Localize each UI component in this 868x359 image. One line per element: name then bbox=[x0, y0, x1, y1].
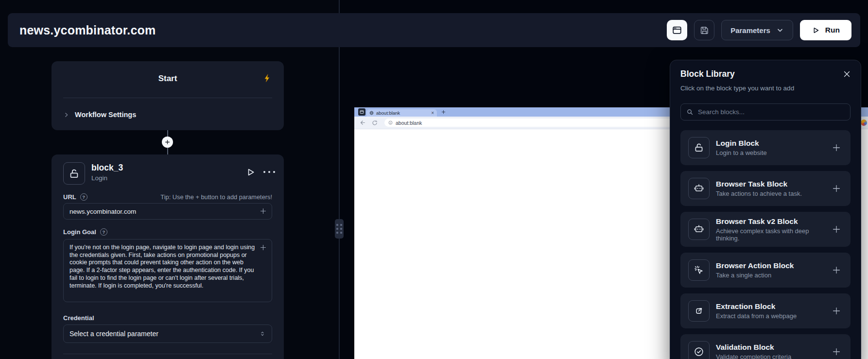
browser-view-button[interactable] bbox=[667, 20, 687, 40]
add-parameter-plus-icon[interactable] bbox=[259, 243, 267, 252]
globe-icon bbox=[369, 111, 374, 115]
library-item-title: Browser Task Block bbox=[716, 180, 802, 188]
library-item-description: Login to a website bbox=[716, 149, 767, 156]
save-button[interactable] bbox=[694, 20, 714, 40]
panel-resize-handle[interactable] bbox=[335, 219, 344, 239]
address-url: about:blank bbox=[396, 120, 422, 126]
start-card-divider bbox=[63, 98, 272, 98]
tab-close-icon: × bbox=[431, 111, 434, 116]
library-item-login-block[interactable]: Login Block Login to a website bbox=[680, 130, 851, 165]
back-arrow-icon bbox=[359, 120, 365, 126]
add-block-plus-icon[interactable] bbox=[831, 224, 842, 235]
url-input[interactable] bbox=[63, 203, 272, 220]
start-node-title: Start bbox=[52, 74, 284, 84]
library-item-validation-block[interactable]: Validation Block Validate completion cri… bbox=[680, 334, 851, 359]
login-goal-field: If you're not on the login page, navigat… bbox=[63, 239, 272, 302]
info-icon bbox=[388, 120, 393, 125]
play-icon bbox=[812, 26, 820, 34]
library-item-title: Login Block bbox=[716, 139, 767, 148]
login-block-node-card[interactable]: block_3 Login URL ? Tip: Use the + butto… bbox=[52, 154, 284, 359]
plus-icon bbox=[164, 139, 171, 145]
login-goal-label: Login Goal bbox=[63, 228, 96, 236]
library-item-description: Extract data from a webpage bbox=[716, 312, 797, 320]
library-item-browser-task-block[interactable]: Browser Task Block Take actions to achie… bbox=[680, 171, 851, 206]
start-node-card[interactable]: Start Workflow Settings bbox=[52, 61, 284, 130]
browser-window-icon bbox=[672, 25, 682, 35]
url-label: URL bbox=[63, 193, 76, 201]
library-item-title: Validation Block bbox=[716, 343, 791, 352]
parameters-tip: Tip: Use the + button to add parameters! bbox=[160, 193, 272, 201]
robot-icon bbox=[688, 219, 710, 240]
run-block-button[interactable] bbox=[245, 167, 256, 177]
library-item-title: Extraction Block bbox=[716, 302, 797, 311]
parameters-button[interactable]: Parameters bbox=[721, 20, 793, 40]
add-block-plus-icon[interactable] bbox=[831, 183, 842, 194]
library-item-description: Validate completion criteria bbox=[716, 353, 791, 359]
chevron-right-icon bbox=[63, 112, 69, 118]
credential-label: Credential bbox=[63, 314, 94, 322]
block-type-label: Login bbox=[91, 174, 107, 182]
block-search-field bbox=[680, 103, 851, 120]
robot-icon bbox=[688, 178, 710, 199]
add-block-plus-icon[interactable] bbox=[831, 306, 842, 316]
add-block-connector-button[interactable] bbox=[162, 137, 173, 148]
workflow-settings-label: Workflow Settings bbox=[75, 111, 136, 119]
block-menu-button[interactable] bbox=[263, 171, 275, 173]
export-icon bbox=[688, 300, 710, 322]
run-button-label: Run bbox=[825, 26, 840, 34]
panel-divider bbox=[339, 0, 340, 359]
login-goal-row: Login Goal ? bbox=[63, 228, 107, 236]
refresh-icon bbox=[372, 120, 378, 126]
block-card-divider bbox=[63, 354, 272, 354]
library-item-description: Take a single action bbox=[716, 272, 794, 279]
lock-icon bbox=[688, 137, 710, 158]
window-icon bbox=[358, 108, 365, 116]
library-item-description: Take actions to achieve a task. bbox=[716, 190, 802, 197]
workflow-title: news.ycombinator.com bbox=[19, 23, 156, 37]
check-circle-icon bbox=[688, 341, 710, 359]
help-icon[interactable]: ? bbox=[100, 228, 107, 236]
tab-title: about:blank bbox=[376, 110, 400, 116]
add-block-plus-icon[interactable] bbox=[831, 346, 842, 357]
login-goal-textarea[interactable]: If you're not on the login page, navigat… bbox=[63, 239, 272, 302]
profile-avatar bbox=[861, 120, 867, 126]
lock-icon bbox=[63, 162, 85, 185]
new-tab-plus-icon bbox=[441, 109, 446, 115]
credential-select-value: Select a credential parameter bbox=[69, 330, 158, 338]
add-block-plus-icon[interactable] bbox=[831, 265, 842, 275]
block-library-panel: Block Library Click on the block type yo… bbox=[670, 60, 861, 359]
block-library-subtitle: Click on the block type you want to add bbox=[680, 85, 794, 92]
block-library-title: Block Library bbox=[680, 69, 735, 79]
library-item-title: Browser Task v2 Block bbox=[716, 217, 825, 226]
add-block-plus-icon[interactable] bbox=[831, 142, 842, 153]
cursor-click-icon bbox=[688, 259, 710, 281]
save-icon bbox=[699, 25, 710, 35]
run-button[interactable]: Run bbox=[800, 20, 851, 40]
workflow-settings-toggle[interactable]: Workflow Settings bbox=[63, 107, 136, 122]
chevron-down-icon bbox=[776, 26, 784, 34]
url-field-row: URL ? Tip: Use the + button to add param… bbox=[63, 193, 272, 201]
credential-select[interactable]: Select a credential parameter bbox=[63, 325, 272, 343]
browser-tab: about:blank × bbox=[366, 109, 437, 117]
help-icon[interactable]: ? bbox=[80, 193, 87, 201]
search-icon bbox=[686, 108, 694, 116]
library-item-extraction-block[interactable]: Extraction Block Extract data from a web… bbox=[680, 293, 851, 328]
header-actions: Parameters Run bbox=[667, 20, 851, 40]
library-item-description: Achieve complex tasks with deep thinking… bbox=[716, 227, 825, 242]
block-library-list: Login Block Login to a website Browser bbox=[680, 130, 851, 359]
parameters-button-label: Parameters bbox=[730, 26, 770, 34]
library-item-browser-task-v2-block[interactable]: Browser Task v2 Block Achieve complex ta… bbox=[680, 212, 851, 247]
block-title: block_3 bbox=[91, 163, 123, 173]
lightning-icon bbox=[262, 73, 272, 84]
search-blocks-input[interactable] bbox=[698, 108, 845, 116]
select-chevrons-icon bbox=[259, 330, 266, 337]
library-item-browser-action-block[interactable]: Browser Action Block Take a single actio… bbox=[680, 253, 851, 288]
add-parameter-plus-icon[interactable] bbox=[259, 207, 267, 215]
library-item-title: Browser Action Block bbox=[716, 261, 794, 270]
app-header: news.ycombinator.com Para bbox=[8, 13, 860, 47]
close-icon[interactable] bbox=[843, 70, 851, 78]
